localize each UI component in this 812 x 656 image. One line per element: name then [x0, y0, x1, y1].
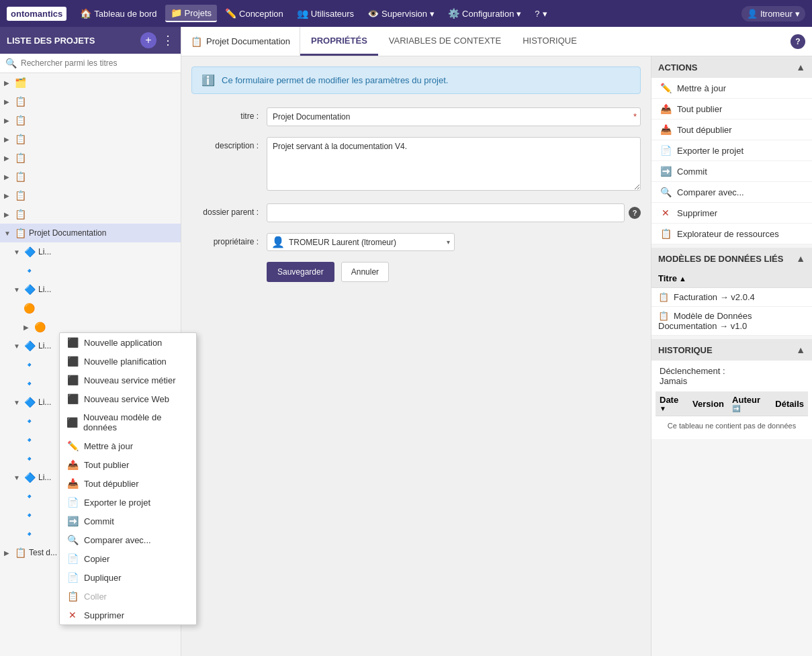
context-menu-item-nouveau-service-metier[interactable]: ⬛ Nouveau service métier	[60, 371, 196, 389]
delete-icon: ✕	[660, 207, 672, 218]
publish-icon: 📤	[660, 103, 672, 114]
tab-historique[interactable]: HISTORIQUE	[512, 27, 588, 56]
context-menu-item-exporter[interactable]: 📄 Exporter le projet	[60, 493, 196, 512]
project-icon: 📋	[15, 209, 26, 220]
list-item[interactable]: ▼ 🔷 Li...	[0, 242, 181, 261]
cancel-button[interactable]: Annuler	[341, 262, 389, 282]
context-menu-item-supprimer[interactable]: ✕ Supprimer	[60, 606, 196, 624]
help-dropdown-icon: ▾	[543, 9, 547, 19]
collapse-arrow-icon: ▼	[13, 474, 21, 481]
nav-configuration[interactable]: ⚙️ Configuration ▾	[443, 5, 527, 21]
action-comparer[interactable]: 🔍 Comparer avec...	[651, 182, 812, 203]
modele-cell: 📋 Facturation → v2.0.4	[651, 288, 812, 307]
right-panel: ACTIONS ▲ ✏️ Mettre à jour 📤 Tout publie…	[651, 56, 812, 656]
home-icon: 🏠	[80, 8, 91, 19]
description-textarea[interactable]: Projet servant à la documentation V4.	[267, 137, 641, 191]
app-icon: ⬛	[66, 337, 79, 348]
nav-projets[interactable]: 📁 Projets	[165, 5, 217, 22]
owner-select[interactable]: 👤 TROMEUR Laurent (ltromeur) ▾	[267, 233, 455, 251]
list-item[interactable]: 🔹	[0, 261, 181, 280]
action-explorateur[interactable]: 📋 Explorateur de ressources	[651, 224, 812, 244]
titre-field-wrap: *	[267, 107, 641, 126]
save-button[interactable]: Sauvegarder	[267, 262, 334, 282]
context-menu-item-nouvelle-planification[interactable]: ⬛ Nouvelle planification	[60, 352, 196, 371]
list-item[interactable]: ▶ 📋	[0, 130, 181, 148]
breadcrumb[interactable]: 📋 Projet Documentation	[181, 27, 300, 56]
action-tout-depublier[interactable]: 📥 Tout dépublier	[651, 120, 812, 140]
nav-conception[interactable]: ✏️ Conception	[220, 5, 289, 21]
context-menu-item-nouveau-modele[interactable]: ⬛ Nouveau modèle de données	[60, 408, 196, 436]
context-menu-item-copier[interactable]: 📄 Copier	[60, 549, 196, 568]
user-menu[interactable]: 👤 ltromeur ▾	[741, 6, 805, 21]
actions-section: ACTIONS ▲ ✏️ Mettre à jour 📤 Tout publie…	[651, 56, 812, 244]
list-item[interactable]: ▶ 📋	[0, 167, 181, 186]
histo-col-auteur[interactable]: Auteur ➡️	[728, 391, 771, 416]
add-project-button[interactable]: +	[140, 32, 156, 48]
historique-collapse-button[interactable]: ▲	[796, 344, 805, 355]
context-menu-item-tout-depublier[interactable]: 📥 Tout dépublier	[60, 474, 196, 493]
sidebar-search-bar: 🔍	[0, 54, 181, 73]
table-row[interactable]: 📋 Facturation → v2.0.4	[651, 288, 812, 307]
project-icon: 📋	[15, 96, 26, 107]
context-menu-item-nouvelle-application[interactable]: ⬛ Nouvelle application	[60, 333, 196, 352]
supervision-icon: 👁️	[367, 8, 379, 19]
list-item[interactable]: ▼ 🔷 Li...	[0, 280, 181, 299]
tab-proprietes[interactable]: PROPRIÉTÉS	[300, 27, 378, 56]
content-help-button[interactable]: ?	[791, 34, 805, 49]
context-menu-item-comparer[interactable]: 🔍 Comparer avec...	[60, 530, 196, 549]
historique-trigger: Déclenchement : Jamais	[651, 361, 812, 391]
search-input[interactable]	[21, 58, 175, 68]
nav-utilisateurs[interactable]: 👥 Utilisateurs	[291, 5, 359, 21]
action-commit[interactable]: ➡️ Commit	[651, 161, 812, 182]
tab-variables[interactable]: VARIABLES DE CONTEXTE	[378, 27, 512, 56]
table-row[interactable]: 📋 Modèle de Données Documentation → v1.0	[651, 307, 812, 336]
histo-col-details[interactable]: Détails	[771, 391, 808, 416]
list-item[interactable]: ▶ 🗂️	[0, 73, 181, 92]
sidebar-item-label: Test d...	[29, 548, 57, 557]
historique-panel-header: HISTORIQUE ▲	[651, 339, 812, 361]
dossier-help-button[interactable]: ?	[629, 207, 641, 219]
sub-project-icon: 🔷	[24, 284, 36, 295]
actions-collapse-button[interactable]: ▲	[796, 62, 805, 73]
nav-supervision[interactable]: 👁️ Supervision ▾	[362, 5, 440, 21]
nav-tableau-de-bord[interactable]: 🏠 Tableau de bord	[75, 5, 162, 21]
sub-item-icon: 🔹	[24, 510, 35, 520]
action-mettre-a-jour[interactable]: ✏️ Mettre à jour	[651, 78, 812, 99]
expand-arrow-icon: ▶	[4, 98, 12, 105]
list-item[interactable]: 🟠	[0, 299, 181, 318]
supervision-dropdown-icon: ▾	[430, 9, 435, 19]
service-metier-icon: ⬛	[66, 375, 79, 385]
commit-icon: ➡️	[66, 516, 79, 526]
list-item[interactable]: ▶ 📋	[0, 205, 181, 224]
nav-help[interactable]: ? ▾	[529, 6, 552, 21]
dossier-input[interactable]	[267, 203, 625, 222]
export-icon: 📄	[660, 145, 672, 156]
action-supprimer[interactable]: ✕ Supprimer	[651, 203, 812, 224]
context-menu-item-commit[interactable]: ➡️ Commit	[60, 512, 196, 530]
sidebar-more-button[interactable]: ⋮	[162, 33, 174, 48]
sidebar-item-label: Li...	[38, 473, 51, 482]
histo-col-version[interactable]: Version	[688, 391, 728, 416]
modeles-header: MODÈLES DE DONNÉES LIÉS ▲	[651, 248, 812, 269]
titre-input[interactable]	[267, 107, 641, 126]
context-menu-item-dupliquer[interactable]: 📄 Dupliquer	[60, 568, 196, 587]
form-row-dossier: dossier parent : ?	[191, 203, 641, 222]
service-web-icon: ⬛	[66, 393, 79, 404]
action-exporter[interactable]: 📄 Exporter le projet	[651, 140, 812, 161]
action-tout-publier[interactable]: 📤 Tout publier	[651, 99, 812, 120]
delete-icon: ✕	[66, 610, 79, 620]
list-item[interactable]: ▶ 📋	[0, 111, 181, 130]
context-menu-item-nouveau-service-web[interactable]: ⬛ Nouveau service Web	[60, 389, 196, 408]
user-avatar-icon: 👤	[747, 9, 758, 19]
context-menu-item-tout-publier[interactable]: 📤 Tout publier	[60, 455, 196, 474]
sidebar-item-label: Projet Documentation	[29, 228, 106, 238]
list-item[interactable]: ▶ 📋	[0, 186, 181, 205]
owner-dropdown-icon: ▾	[447, 238, 450, 246]
list-item[interactable]: ▶ 📋	[0, 148, 181, 167]
context-menu-item-mettre-a-jour[interactable]: ✏️ Mettre à jour	[60, 436, 196, 455]
sub-item-icon: 🔹	[24, 416, 35, 426]
sidebar-item-projet-documentation[interactable]: ▼ 📋 Projet Documentation	[0, 224, 181, 242]
histo-col-date[interactable]: Date ▼	[656, 391, 688, 416]
modeles-collapse-button[interactable]: ▲	[796, 253, 805, 264]
list-item[interactable]: ▶ 📋	[0, 92, 181, 111]
